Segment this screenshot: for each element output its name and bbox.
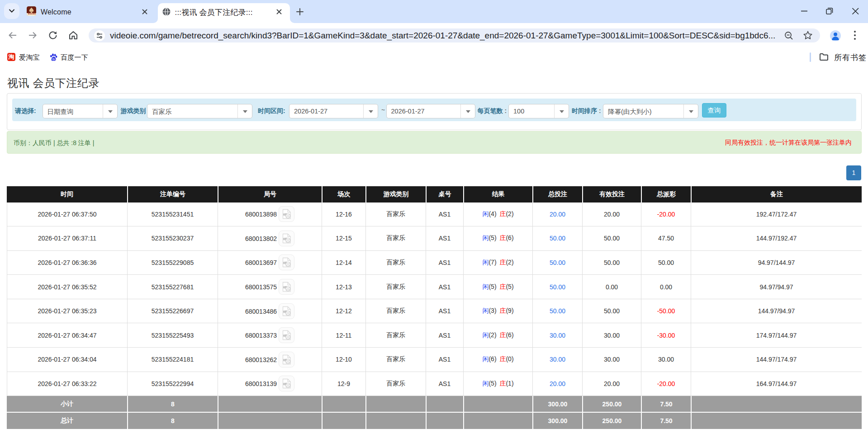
svg-text:du: du: [52, 57, 56, 61]
